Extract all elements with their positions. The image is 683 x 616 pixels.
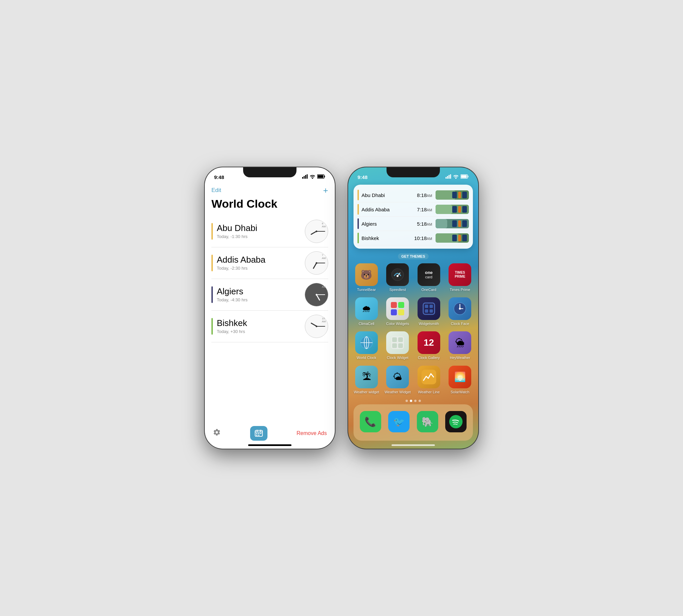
page-dot-active (410, 400, 412, 402)
onecard-icon: one card (418, 263, 440, 286)
app-label: SolarWatch (451, 390, 469, 394)
app-climacell[interactable]: 🌧 ClimaCell (351, 295, 382, 329)
weatherwidget2-icon: 🌤 (386, 366, 409, 388)
svg-rect-28 (391, 309, 397, 315)
page-dots (348, 400, 478, 402)
city-name: Algiers (217, 286, 248, 297)
svg-rect-21 (468, 176, 469, 177)
page-dot (414, 400, 417, 402)
bottom-toolbar: Remove Ads (205, 426, 335, 441)
center-dot (316, 326, 318, 327)
city-sub: Today, -4:30 hrs (217, 297, 248, 302)
analog-clock-addis-ababa: 7AM (305, 251, 328, 275)
city-sub: Today, -1:30 hrs (217, 234, 257, 239)
widget-row-bishkek: Bishkek 10:18AM (358, 231, 469, 245)
clock-item-abu-dhabi[interactable]: Abu Dhabi Today, -1:30 hrs 8AM (211, 216, 328, 247)
svg-rect-44 (392, 337, 397, 342)
colorwidgets-icon (386, 297, 409, 320)
widget-city: Algiers (362, 221, 417, 227)
city-name: Addis Ababa (217, 255, 265, 265)
color-bar (211, 286, 213, 303)
widget-time: 10:18AM (414, 235, 432, 241)
svg-rect-11 (256, 433, 257, 434)
app-weatherline[interactable]: Weather Line (413, 363, 445, 397)
app-worldclock[interactable]: World Clock (351, 329, 382, 363)
home-indicator-1 (248, 444, 292, 446)
edit-button[interactable]: Edit (211, 187, 221, 194)
widget-bar-visual (435, 233, 469, 243)
app-onecard[interactable]: one card OneCard (413, 261, 445, 295)
city-name: Bishkek (217, 318, 247, 328)
svg-rect-5 (324, 176, 325, 177)
add-button[interactable]: + (323, 186, 328, 195)
city-name: Abu Dhabi (217, 223, 257, 233)
get-themes-button[interactable]: GET THEMES (398, 253, 429, 259)
center-dot (316, 262, 318, 264)
min-hand (317, 294, 325, 295)
svg-rect-30 (423, 303, 434, 314)
widget-button[interactable] (250, 426, 268, 441)
battery-icon (317, 174, 325, 180)
app-label: Widgetsmith (419, 322, 439, 326)
dock-phone[interactable]: 📞 (359, 408, 383, 437)
clockwidget-icon (386, 331, 409, 354)
app-clockgallery[interactable]: 12 Clock Gallery (413, 329, 445, 363)
solarwatch-icon: 🌅 (449, 366, 471, 388)
dock-spotify[interactable] (444, 408, 468, 437)
phone-2: 9:48 (348, 167, 478, 449)
svg-rect-10 (260, 430, 261, 432)
app-label: HeyWeather (450, 356, 470, 360)
notch (243, 167, 297, 177)
svg-rect-0 (302, 177, 303, 179)
app-clockface[interactable]: Clock Face (445, 295, 476, 329)
dock-evernote[interactable]: 🐘 (415, 408, 440, 437)
world-clock-widget[interactable]: Abu Dhabi 8:18AM (354, 185, 473, 249)
clock-info: Algiers Today, -4:30 hrs (217, 286, 248, 303)
app-clockwidget[interactable]: Clock Widget (382, 329, 413, 363)
app-speedtest[interactable]: Speedtest (382, 261, 413, 295)
dock-twitter[interactable]: 🐦 (387, 408, 411, 437)
tunnelbear-icon: 🐻 (355, 263, 378, 286)
app-label: World Clock (357, 356, 376, 360)
svg-rect-16 (446, 177, 447, 179)
analog-clock-abu-dhabi: 8AM (305, 220, 328, 243)
clockface-icon (449, 297, 471, 320)
svg-rect-8 (255, 432, 262, 432)
status-time-1: 9:48 (214, 174, 224, 180)
app-tunnelbear[interactable]: 🐻 TunnelBear (351, 261, 382, 295)
svg-rect-14 (256, 435, 257, 436)
clock-item-algiers[interactable]: Algiers Today, -4:30 hrs AM (211, 279, 328, 311)
phone-1: 9:48 Edit + World (205, 167, 335, 449)
widget-bar-visual (435, 205, 469, 214)
app-grid-row3: World Clock Clock Widget (348, 329, 478, 363)
clock-item-addis-ababa[interactable]: Addis Ababa Today, -2:30 hrs 7AM (211, 247, 328, 279)
page-dot (406, 400, 408, 402)
color-bar (211, 223, 213, 240)
widget-time: 7:18AM (417, 207, 432, 212)
svg-rect-18 (449, 175, 450, 179)
color-bar (211, 255, 213, 271)
app-heyweather[interactable]: 🌦 HeyWeather (445, 329, 476, 363)
app-timesprime[interactable]: TIMESPRIME Times Prime (445, 261, 476, 295)
widget-color-bar (358, 218, 359, 229)
analog-clock-bishkek: 10AM (305, 315, 328, 338)
status-icons-2 (446, 174, 469, 180)
app-label: ClimaCell (359, 322, 374, 326)
remove-ads-button[interactable]: Remove Ads (297, 430, 327, 436)
app-weatherwidget1[interactable]: 🏝 Weather widget (351, 363, 382, 397)
timesprime-icon: TIMESPRIME (449, 263, 471, 286)
app-widgetsmith[interactable]: Widgetsmith (413, 295, 445, 329)
app-solarwatch[interactable]: 🌅 SolarWatch (445, 363, 476, 397)
svg-rect-13 (260, 433, 261, 434)
speedtest-icon (386, 263, 409, 286)
clock-item-bishkek[interactable]: Bishkek Today, +30 hrs 10AM (211, 311, 328, 342)
svg-rect-17 (447, 176, 448, 179)
app-colorwidgets[interactable]: Color Widgets (382, 295, 413, 329)
svg-rect-45 (398, 337, 403, 342)
settings-button[interactable] (213, 428, 221, 438)
notch-2 (386, 167, 440, 177)
app-weatherwidget2[interactable]: 🌤 Weather Widget (382, 363, 413, 397)
svg-rect-46 (392, 343, 397, 348)
app-label: Clock Gallery (418, 356, 440, 360)
clock-info: Addis Ababa Today, -2:30 hrs (217, 255, 265, 271)
